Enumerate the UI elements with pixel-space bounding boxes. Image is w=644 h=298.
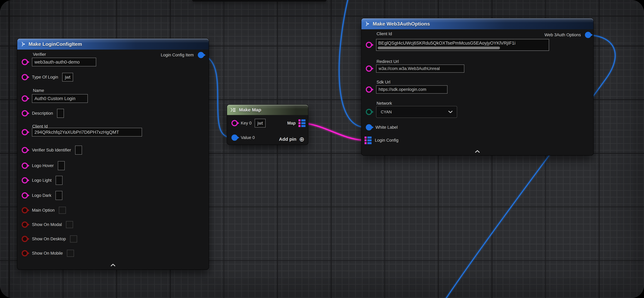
logo-dark-input[interactable] [56, 191, 62, 200]
sdk-url-pin[interactable] [366, 86, 372, 92]
value0-pin[interactable] [232, 134, 238, 141]
sdk-url-input[interactable]: https://sdk.openlogin.com [376, 86, 448, 94]
logo-hover-input[interactable] [58, 161, 65, 170]
pin-row-show-on-modal[interactable]: Show On Modal [22, 221, 73, 228]
pin-row-logo-light[interactable]: Logo Light [22, 176, 62, 185]
network-dropdown[interactable]: CYAN [376, 106, 457, 118]
login-config-item-output-pin[interactable] [198, 52, 204, 58]
make-struct-icon [364, 21, 370, 26]
pin-row-verifier[interactable]: web3auth-auth0-demo [22, 58, 96, 66]
description-pin[interactable] [22, 110, 28, 116]
node-header[interactable]: Make LoginConfigItem [17, 39, 209, 50]
pin-label: Show On Modal [32, 222, 62, 227]
pin-row-client-id[interactable]: 294QRkchfq2YaXUbPri7D6PH7xzHgQMT [22, 128, 142, 136]
show-on-mobile-checkbox[interactable] [67, 250, 74, 257]
make-map-icon [230, 108, 236, 112]
pin-label-sdk-url: Sdk Url [376, 80, 390, 85]
show-on-desktop-checkbox[interactable] [70, 235, 77, 242]
verifier-sub-identifier-pin[interactable] [22, 147, 28, 153]
pin-row-sdk-url[interactable]: https://sdk.openlogin.com [366, 86, 448, 94]
logo-dark-pin[interactable] [22, 192, 28, 198]
pin-row-web3auth-options-output[interactable]: Web 3Auth Options [544, 32, 591, 38]
blueprint-graph-canvas[interactable]: Make LoginConfigItem Login Config Item V… [0, 0, 644, 298]
network-pin[interactable] [366, 109, 372, 115]
pin-label: Map [287, 121, 296, 126]
node-header[interactable]: Make Map [227, 105, 308, 115]
map-output-pin[interactable] [298, 119, 306, 127]
client-id-pin[interactable] [366, 42, 372, 48]
node-title: Make LoginConfigItem [28, 41, 82, 47]
redirect-url-input[interactable]: w3a://com.w3a.Web3AuthUnreal [376, 64, 464, 73]
verifier-input[interactable]: web3auth-auth0-demo [32, 58, 96, 66]
show-on-modal-pin[interactable] [22, 222, 28, 228]
collapse-node-chevron-icon[interactable] [110, 263, 116, 267]
white-label-pin[interactable] [366, 124, 372, 130]
key0-input[interactable]: jwt [255, 119, 266, 128]
node-title: Make Web3AuthOptions [373, 21, 430, 27]
verifier-pin[interactable] [22, 59, 28, 65]
logo-hover-pin[interactable] [22, 162, 28, 169]
pin-label: Show On Mobile [32, 251, 63, 256]
pin-label: Description [32, 111, 53, 116]
pin-label: Main Option [32, 208, 55, 213]
pin-row-description[interactable]: Description [22, 109, 64, 118]
show-on-modal-checkbox[interactable] [66, 221, 73, 228]
pin-label: Login Config [375, 138, 398, 143]
pin-label-network: Network [376, 101, 392, 106]
pin-row-white-label[interactable]: White Label [366, 124, 398, 130]
horizontal-scrollbar[interactable] [378, 46, 500, 49]
pin-row-value0[interactable]: Value 0 [232, 134, 255, 141]
wire-map-to-login-config[interactable] [303, 123, 366, 140]
node-header[interactable]: Make Web3AuthOptions [362, 18, 593, 29]
pin-row-map-output[interactable]: Map [287, 119, 306, 127]
client-id-pin[interactable] [22, 129, 28, 135]
pin-row-show-on-mobile[interactable]: Show On Mobile [22, 250, 74, 257]
description-input[interactable] [57, 109, 64, 118]
main-option-checkbox[interactable] [59, 207, 66, 214]
pin-row-type-of-login[interactable]: Type Of Login jwt [22, 73, 73, 82]
pin-label-name: Name [33, 88, 44, 93]
pin-row-name[interactable]: Auth0 Custom Login [22, 94, 88, 103]
show-on-desktop-pin[interactable] [22, 236, 28, 242]
pin-row-verifier-sub-identifier[interactable]: Verifier Sub Identifier [22, 146, 82, 154]
name-pin[interactable] [22, 96, 28, 102]
collapse-node-chevron-icon[interactable] [474, 150, 480, 153]
pin-row-login-config[interactable]: Login Config [364, 136, 398, 144]
add-pin-button[interactable]: Add pin ⊕ [279, 136, 304, 142]
pin-row-main-option[interactable]: Main Option [22, 207, 66, 214]
verifier-sub-identifier-input[interactable] [75, 146, 82, 154]
pin-label: Verifier Sub Identifier [32, 148, 71, 152]
logo-light-pin[interactable] [22, 177, 28, 184]
make-struct-icon [20, 42, 26, 47]
pin-row-login-config-item-output[interactable]: Login Config Item [161, 52, 204, 58]
type-of-login-pin[interactable] [22, 74, 28, 80]
pin-row-logo-hover[interactable]: Logo Hover [22, 161, 65, 170]
key0-pin[interactable] [232, 120, 238, 126]
pin-row-logo-dark[interactable]: Logo Dark [22, 191, 62, 200]
client-id-input[interactable]: 294QRkchfq2YaXUbPri7D6PH7xzHgQMT [32, 128, 142, 136]
pin-label-client-id: Client Id [376, 32, 392, 36]
pin-row-client-id[interactable]: BEglQSgt4cUWcj6SKRdu5QkOXTsePmMcusG5EAoy… [366, 39, 549, 51]
main-option-pin[interactable] [22, 207, 28, 213]
pin-label: Web 3Auth Options [544, 32, 581, 38]
logo-light-input[interactable] [56, 176, 62, 185]
node-make-web3authoptions[interactable]: Make Web3AuthOptions Web 3Auth Options C… [362, 18, 593, 155]
show-on-mobile-pin[interactable] [22, 250, 28, 256]
web3auth-options-output-pin[interactable] [585, 32, 591, 38]
node-make-map[interactable]: Make Map Key 0 jwt Map Value 0 Add pin ⊕ [227, 105, 308, 145]
pin-row-network[interactable]: CYAN [366, 106, 457, 118]
redirect-url-pin[interactable] [366, 66, 372, 72]
offscreen-node-bottom-edge[interactable] [192, 0, 326, 2]
node-make-loginconfigitem[interactable]: Make LoginConfigItem Login Config Item V… [17, 39, 209, 270]
pin-label: White Label [376, 125, 398, 130]
pin-row-show-on-desktop[interactable]: Show On Desktop [22, 235, 77, 242]
pin-row-key0[interactable]: Key 0 jwt [232, 119, 266, 128]
pin-label: Login Config Item [161, 53, 194, 58]
pin-row-redirect-url[interactable]: w3a://com.w3a.Web3AuthUnreal [366, 64, 464, 73]
pin-label: Type Of Login [32, 75, 58, 80]
client-id-input[interactable]: BEglQSgt4cUWcj6SKRdu5QkOXTsePmMcusG5EAoy… [376, 39, 549, 51]
login-config-pin[interactable] [364, 136, 372, 144]
name-input[interactable]: Auth0 Custom Login [32, 94, 88, 103]
client-id-text: BEglQSgt4cUWcj6SKRdu5QkOXTsePmMcusG5EAoy… [378, 40, 548, 46]
type-of-login-input[interactable]: jwt [62, 73, 73, 82]
